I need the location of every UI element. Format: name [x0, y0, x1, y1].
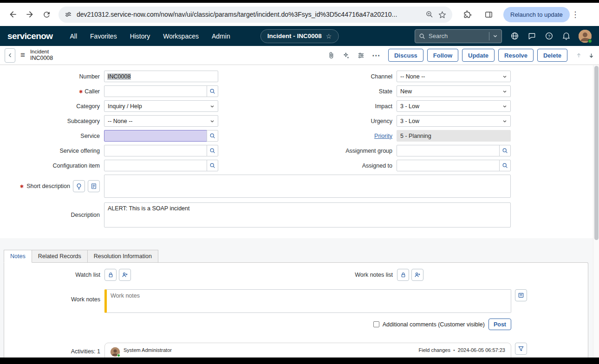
service-lookup-button[interactable] [207, 130, 218, 142]
servicenow-logo[interactable]: servicenow [7, 31, 53, 41]
forward-arrow-icon [25, 10, 34, 19]
priority-link[interactable]: Priority [374, 133, 392, 139]
nav-item-all[interactable]: All [65, 30, 83, 43]
channel-label: Channel [218, 73, 392, 80]
lookup-magnifier-icon [502, 162, 508, 169]
favorite-star-icon[interactable]: ☆ [326, 32, 332, 40]
lightbulb-icon [76, 183, 82, 190]
address-bar[interactable]: dev210312.service-now.com/now/nav/ui/cla… [59, 6, 452, 23]
suggestion-lightbulb-button[interactable] [73, 180, 85, 192]
activity-avatar [111, 347, 120, 357]
assigned-to-lookup-button[interactable] [499, 160, 511, 171]
follow-button[interactable]: Follow [427, 49, 458, 62]
short-description-label: Short description [0, 180, 100, 192]
update-button[interactable]: Update [462, 49, 495, 62]
work-notes-list-add-person-button[interactable] [411, 269, 423, 281]
watch-list-add-person-button[interactable] [119, 269, 131, 281]
browser-refresh-button[interactable] [38, 6, 55, 23]
svg-text:?: ? [547, 34, 550, 39]
service-offering-input[interactable] [104, 145, 207, 156]
chevron-left-icon [7, 52, 13, 58]
required-marker [20, 183, 24, 189]
tab-notes[interactable]: Notes [4, 250, 32, 263]
search-scope-chevron-icon[interactable] [493, 33, 498, 39]
nav-item-favorites[interactable]: Favorites [85, 30, 122, 43]
state-select[interactable]: New [397, 85, 511, 97]
urgency-select[interactable]: 3 - Low [397, 115, 511, 127]
impact-select[interactable]: 3 - Low [397, 100, 511, 112]
side-panel-icon[interactable] [480, 6, 497, 23]
work-notes-textarea[interactable] [104, 289, 511, 313]
tab-resolution-information[interactable]: Resolution Information [87, 250, 158, 263]
servicenow-header: servicenow All Favorites History Workspa… [0, 26, 599, 46]
lookup-magnifier-icon [209, 88, 215, 94]
assignment-group-input[interactable] [397, 145, 500, 156]
activity-filter-button[interactable] [515, 343, 527, 355]
caller-input[interactable] [104, 85, 207, 97]
notifications-bell-icon[interactable] [561, 32, 571, 41]
scrollbar-thumb[interactable] [594, 66, 599, 240]
watch-list-lock-button[interactable] [104, 269, 117, 281]
work-notes-list-lock-button[interactable] [397, 269, 409, 281]
work-notes-label: Work notes [4, 289, 100, 303]
back-arrow-icon [8, 10, 18, 19]
description-textarea[interactable]: ALERT: This is a SOAP incident [104, 202, 511, 228]
channel-select[interactable]: -- None -- [397, 71, 511, 82]
subcategory-label: Subcategory [0, 118, 100, 124]
browser-back-button[interactable] [5, 6, 21, 23]
help-icon[interactable]: ? [544, 32, 553, 41]
priority-value: 5 - Planning [397, 130, 511, 142]
resolve-button[interactable]: Resolve [498, 49, 534, 62]
person-plus-icon [122, 272, 128, 278]
attachment-paperclip-icon[interactable] [327, 52, 335, 59]
extensions-icon[interactable] [459, 6, 475, 23]
activities-label: Activities: 1 [4, 343, 100, 355]
context-record-pill[interactable]: Incident - INC0008 ☆ [260, 29, 339, 43]
global-search[interactable]: Search [415, 29, 502, 43]
configuration-item-lookup-button[interactable] [207, 160, 218, 171]
ai-sparkle-icon[interactable] [342, 52, 350, 59]
service-input[interactable] [104, 130, 207, 142]
nav-item-workspaces[interactable]: Workspaces [158, 30, 204, 43]
chat-icon[interactable] [527, 32, 536, 41]
bookmark-star-icon[interactable] [438, 10, 447, 19]
page-scrollbar[interactable] [593, 65, 599, 358]
subcategory-select[interactable]: -- None -- [104, 115, 218, 127]
personalize-sliders-icon[interactable] [357, 52, 365, 59]
short-description-textarea[interactable] [104, 175, 511, 198]
discuss-button[interactable]: Discuss [388, 49, 423, 62]
nav-item-admin[interactable]: Admin [207, 30, 235, 43]
site-info-icon[interactable] [64, 10, 72, 19]
form-context-menu-icon[interactable]: ≡ [20, 51, 25, 60]
additional-comments-checkbox[interactable] [373, 321, 379, 327]
scroll-down-arrow-icon[interactable] [588, 52, 594, 58]
scroll-up-arrow-icon[interactable] [576, 52, 582, 58]
caller-lookup-button[interactable] [207, 85, 218, 97]
configuration-item-input[interactable] [104, 160, 207, 171]
post-button[interactable]: Post [488, 318, 511, 330]
category-select[interactable]: Inquiry / Help [104, 100, 218, 112]
browser-menu-icon[interactable]: ⋮ [570, 10, 581, 20]
assigned-to-input[interactable] [397, 160, 500, 171]
relaunch-button[interactable]: Relaunch to update [503, 7, 570, 22]
delete-button[interactable]: Delete [537, 49, 567, 62]
record-number: INC0008 [30, 55, 53, 62]
tab-related-records[interactable]: Related Records [32, 250, 88, 263]
browser-toolbar: dev210312.service-now.com/now/nav/ui/cla… [0, 3, 599, 26]
more-actions-icon[interactable]: ⋯ [372, 51, 380, 60]
assignment-group-lookup-button[interactable] [499, 145, 511, 156]
nav-item-history[interactable]: History [125, 30, 156, 43]
zoom-icon[interactable] [425, 10, 434, 19]
service-offering-lookup-button[interactable] [207, 145, 218, 156]
record-header: ≡ Incident INC0008 ⋯ Discuss Follow Upda… [0, 46, 599, 65]
activity-user[interactable]: System Administrator [124, 347, 172, 353]
globe-icon[interactable] [510, 32, 519, 41]
search-divider [489, 32, 489, 40]
templates-document-button[interactable] [88, 180, 100, 192]
browser-forward-button[interactable] [21, 6, 38, 23]
activity-stream-button[interactable] [515, 289, 527, 301]
record-back-button[interactable] [5, 48, 15, 63]
form-fields: Number INC0008 Channel -- None -- Caller… [0, 65, 593, 228]
number-input[interactable]: INC0008 [104, 71, 218, 82]
user-avatar[interactable] [579, 30, 592, 43]
